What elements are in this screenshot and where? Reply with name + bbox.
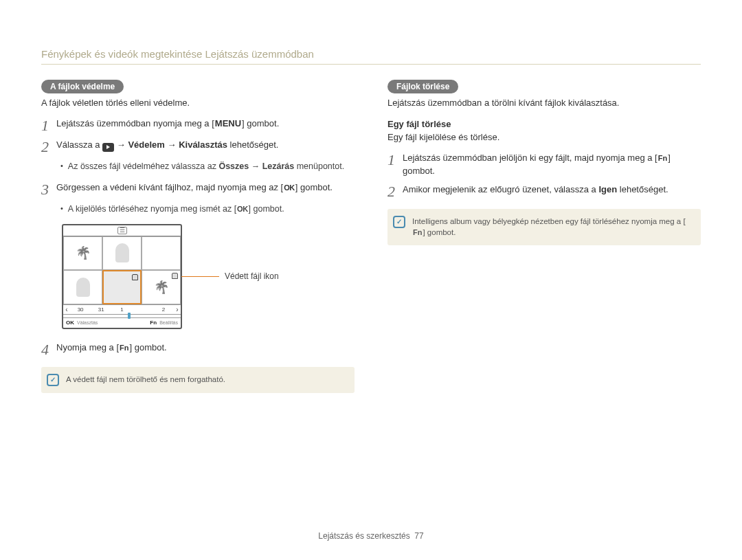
info-icon: ✓ (393, 216, 405, 228)
fn-key-glyph: Fn (150, 320, 157, 326)
bullet-text: A kijelölés törléséhez nyomja meg ismét … (68, 204, 236, 214)
step-text: lehetőséget. (227, 139, 278, 150)
step-text: ] gombot. (295, 182, 333, 192)
left-column: A fájlok védelme A fájlok véletlen törlé… (41, 80, 355, 393)
step-text: ] gombot. (130, 342, 167, 352)
sub-desc: Egy fájl kijelölése és törlése. (387, 132, 701, 142)
section-pill-protect: A fájlok védelme (41, 80, 124, 93)
cal-day: 31 (91, 306, 111, 313)
footer-page: 77 (414, 531, 423, 541)
ok-key-glyph: OK (66, 320, 74, 326)
section-pill-delete: Fájlok törlése (387, 80, 458, 93)
step-number: 1 (41, 118, 56, 133)
step-number: 2 (41, 139, 56, 155)
cal-day: 2 (153, 306, 174, 313)
thumbnail-diagram: ☰ ‹ 30 31 1 2 › (62, 224, 182, 329)
bullet-text: → (249, 161, 262, 171)
step-bold: Igen (598, 184, 617, 194)
chevron-left-icon: ‹ (63, 306, 70, 313)
note-text: ] gombot. (423, 228, 456, 236)
ok-label: Választás (77, 320, 98, 325)
step-text: Nyomja meg a [ (56, 342, 119, 352)
thumb-cell (142, 236, 181, 271)
footer-section: Lejátszás és szerkesztés (318, 531, 409, 541)
step-text: lehetőséget. (617, 184, 668, 194)
step-1: 1 Lejátszás üzemmódban nyomja meg a [MEN… (41, 117, 355, 133)
step-number: 3 (41, 182, 56, 197)
sub-bullet-list: Az összes fájl védelméhez válassza az Ös… (60, 160, 355, 173)
thumb-cell (142, 270, 181, 304)
lock-icon (132, 274, 138, 280)
step-number: 1 (387, 153, 403, 168)
thumb-cell-selected (102, 270, 142, 304)
callout-label: Védett fájl ikon (225, 271, 279, 281)
step-text: → (165, 139, 179, 150)
right-column: Fájlok törlése Lejátszás üzemmódban a tö… (387, 80, 701, 393)
bullet-item: Az összes fájl védelméhez válassza az Ös… (60, 160, 355, 173)
note-box: ✓ Intelligens album vagy bélyegkép nézet… (387, 209, 701, 246)
playback-icon (102, 143, 114, 152)
step-text: ] gombot. (242, 118, 279, 128)
step-text: Amikor megjelenik az előugró üzenet, vál… (403, 184, 598, 194)
page-footer: Lejátszás és szerkesztés 77 (0, 531, 742, 541)
note-text: A védett fájl nem törölhető és nem forga… (66, 374, 225, 385)
info-icon: ✓ (47, 374, 59, 386)
diagram-grid (63, 236, 181, 304)
thumb-cell (63, 270, 102, 304)
menu-key: MENU (214, 117, 242, 131)
fn-label: Beállítás (159, 320, 178, 325)
bullet-text: Az összes fájl védelméhez válassza az (68, 161, 219, 171)
thumb-cell (63, 236, 102, 271)
step-4: 4 Nyomja meg a [Fn] gombot. (41, 341, 355, 357)
callout-line (181, 276, 219, 277)
note-box: ✓ A védett fájl nem törölhető és nem for… (41, 367, 355, 393)
ok-key: OK (236, 203, 249, 215)
step-bold: Kiválasztás (179, 139, 227, 150)
diagram-wrap: ☰ ‹ 30 31 1 2 › (62, 224, 355, 329)
step-text: Válassza a (56, 139, 102, 150)
sub-bullet-list: A kijelölés törléséhez nyomja meg ismét … (60, 203, 355, 216)
bullet-item: A kijelölés törléséhez nyomja meg ismét … (60, 203, 355, 216)
cal-day: 30 (70, 306, 91, 313)
diagram-calendar-row: ‹ 30 31 1 2 › (63, 304, 181, 314)
ok-key: OK (283, 183, 295, 194)
bullet-bold: Lezárás (262, 161, 295, 171)
section-desc: Lejátszás üzemmódban a törölni kívánt fá… (387, 98, 701, 108)
sub-heading: Egy fájl törlése (387, 119, 701, 129)
chevron-right-icon: › (174, 306, 181, 313)
page-header: Fényképek és videók megtekintése Lejátsz… (41, 48, 701, 65)
diagram-progress (63, 314, 181, 317)
cal-day: 1 (111, 306, 132, 313)
bullet-text: menüpontot. (294, 161, 344, 171)
fn-key: Fn (657, 153, 668, 164)
fn-key: Fn (412, 227, 423, 238)
step-text: Lejátszás üzemmódban nyomja meg a [ (56, 118, 214, 128)
step-1: 1 Lejátszás üzemmódban jelöljön ki egy f… (387, 152, 701, 178)
note-text: Intelligens album vagy bélyegkép nézetbe… (412, 217, 686, 225)
step-bold: Védelem (128, 139, 164, 150)
step-2: 2 Amikor megjelenik az előugró üzenet, v… (387, 183, 701, 199)
step-text: → (114, 139, 128, 150)
thumb-cell (102, 236, 142, 271)
bullet-bold: Összes (218, 161, 249, 171)
lock-icon (172, 273, 178, 279)
fn-key: Fn (119, 343, 129, 354)
step-number: 2 (387, 184, 403, 199)
step-number: 4 (41, 342, 56, 357)
step-text: Görgessen a védeni kívánt fájlhoz, majd … (56, 182, 283, 192)
step-3: 3 Görgessen a védeni kívánt fájlhoz, maj… (41, 181, 355, 197)
step-2: 2 Válassza a → Védelem → Kiválasztás leh… (41, 139, 355, 155)
diagram-top: ☰ (63, 225, 181, 236)
content-columns: A fájlok védelme A fájlok véletlen törlé… (41, 80, 701, 393)
section-desc: A fájlok véletlen törlés elleni védelme. (41, 98, 355, 108)
diagram-footer: OK Választás Fn Beállítás (63, 317, 181, 328)
step-text: Lejátszás üzemmódban jelöljön ki egy fáj… (403, 153, 657, 163)
bullet-text: ] gombot. (249, 204, 284, 214)
